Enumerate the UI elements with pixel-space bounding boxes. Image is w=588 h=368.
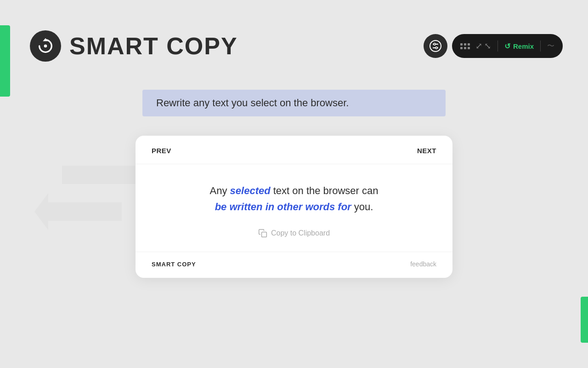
collapse-icon[interactable]: ⤡ bbox=[484, 42, 491, 50]
remix-label: Remix bbox=[513, 42, 534, 50]
card-body: Any selected text on the browser can be … bbox=[136, 164, 452, 252]
card-text-part3: you. bbox=[351, 201, 373, 213]
card-footer: SMART COPY feedback bbox=[136, 252, 452, 278]
main-card: PREV NEXT Any selected text on the brows… bbox=[136, 136, 452, 278]
feedback-link[interactable]: feedback bbox=[410, 260, 436, 268]
svg-point-1 bbox=[44, 45, 47, 48]
svg-point-2 bbox=[430, 40, 441, 52]
clipboard-icon bbox=[258, 229, 267, 238]
prev-button[interactable]: PREV bbox=[152, 147, 171, 155]
next-button[interactable]: NEXT bbox=[417, 147, 436, 155]
card-text-highlight2: be written in other words for bbox=[215, 201, 351, 213]
logo-area: SMART COPY bbox=[30, 30, 238, 62]
card-footer-brand: SMART COPY bbox=[152, 261, 196, 268]
svg-point-4 bbox=[434, 43, 435, 45]
highlight-bar: Rewrite any text you select on the brows… bbox=[142, 90, 446, 116]
card-text-part1: Any bbox=[210, 185, 230, 196]
logo-svg bbox=[37, 37, 54, 55]
toolbar-right: ⤢ ⤡ ↺ Remix 〜 bbox=[424, 34, 563, 58]
waveform-icon[interactable]: 〜 bbox=[547, 41, 554, 51]
highlight-bar-text: Rewrite any text you select on the brows… bbox=[156, 97, 349, 109]
grid-icon[interactable] bbox=[460, 43, 470, 49]
card-text-highlight1: selected bbox=[230, 185, 271, 196]
brand-name: SMART COPY bbox=[69, 32, 238, 60]
card-text: Any selected text on the browser can be … bbox=[152, 183, 436, 215]
svg-rect-7 bbox=[261, 232, 266, 237]
copy-label: Copy to Clipboard bbox=[271, 229, 330, 237]
expand-icon[interactable]: ⤢ bbox=[475, 42, 482, 50]
toolbar-divider-2 bbox=[540, 40, 541, 52]
toolbar-pill: ⤢ ⤡ ↺ Remix 〜 bbox=[452, 34, 563, 58]
card-header: PREV NEXT bbox=[136, 136, 452, 164]
expand-icons: ⤢ ⤡ bbox=[475, 42, 491, 50]
settings-icon bbox=[429, 40, 442, 52]
logo-icon bbox=[30, 30, 61, 62]
settings-button[interactable] bbox=[424, 34, 447, 58]
toolbar-divider bbox=[498, 40, 498, 52]
remix-button[interactable]: ↺ Remix bbox=[504, 42, 534, 51]
copy-to-clipboard-button[interactable]: Copy to Clipboard bbox=[152, 229, 436, 238]
header: SMART COPY ⤢ ⤡ bbox=[0, 0, 588, 92]
svg-point-6 bbox=[435, 47, 437, 49]
card-text-part2: text on the browser can bbox=[271, 185, 379, 196]
remix-icon: ↺ bbox=[504, 42, 510, 51]
right-accent-bar bbox=[581, 297, 588, 343]
